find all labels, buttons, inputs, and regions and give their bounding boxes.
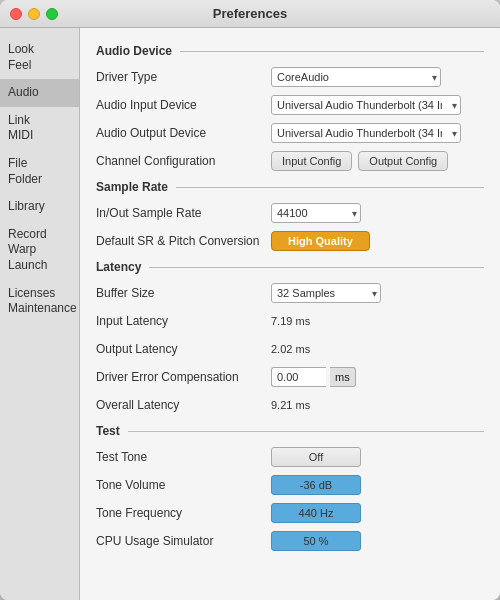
driver-error-input[interactable] [271, 367, 326, 387]
overall-latency-value-text: 9.21 ms [271, 399, 310, 411]
output-latency-label: Output Latency [96, 342, 271, 356]
overall-latency-label: Overall Latency [96, 398, 271, 412]
driver-type-select-wrapper[interactable]: CoreAudio [271, 67, 441, 87]
section-latency: Latency [96, 260, 484, 274]
preferences-window: Preferences Look Feel Audio Link MIDI Fi… [0, 0, 500, 600]
audio-output-select[interactable]: Universal Audio Thunderbolt (34 In, 36 [271, 123, 461, 143]
tone-frequency-label: Tone Frequency [96, 506, 271, 520]
sample-rate-select-wrapper[interactable]: 44100 [271, 203, 361, 223]
sr-pitch-control: High Quality [271, 231, 484, 251]
row-driver-error: Driver Error Compensation ms [96, 366, 484, 388]
buffer-size-select-wrapper[interactable]: 32 Samples [271, 283, 381, 303]
high-quality-button[interactable]: High Quality [271, 231, 370, 251]
sample-rate-control: 44100 [271, 203, 484, 223]
row-channel-config: Channel Configuration Input Config Outpu… [96, 150, 484, 172]
tone-frequency-control: 440 Hz [271, 503, 484, 523]
channel-config-control: Input Config Output Config [271, 151, 484, 171]
row-driver-type: Driver Type CoreAudio [96, 66, 484, 88]
audio-input-select[interactable]: Universal Audio Thunderbolt (34 In, 36 [271, 95, 461, 115]
test-tone-label: Test Tone [96, 450, 271, 464]
input-config-button[interactable]: Input Config [271, 151, 352, 171]
close-button[interactable] [10, 8, 22, 20]
titlebar: Preferences [0, 0, 500, 28]
tone-volume-label: Tone Volume [96, 478, 271, 492]
audio-output-select-wrapper[interactable]: Universal Audio Thunderbolt (34 In, 36 [271, 123, 461, 143]
driver-error-label: Driver Error Compensation [96, 370, 271, 384]
driver-error-input-group: ms [271, 367, 356, 387]
output-latency-value: 2.02 ms [271, 343, 484, 355]
driver-type-select[interactable]: CoreAudio [271, 67, 441, 87]
audio-input-label: Audio Input Device [96, 98, 271, 112]
section-audio-device: Audio Device [96, 44, 484, 58]
row-buffer-size: Buffer Size 32 Samples [96, 282, 484, 304]
row-test-tone: Test Tone Off [96, 446, 484, 468]
sidebar: Look Feel Audio Link MIDI File Folder Li… [0, 28, 80, 600]
row-output-latency: Output Latency 2.02 ms [96, 338, 484, 360]
row-overall-latency: Overall Latency 9.21 ms [96, 394, 484, 416]
sidebar-item-licenses-maintenance[interactable]: Licenses Maintenance [0, 280, 79, 323]
cpu-usage-value[interactable]: 50 % [271, 531, 361, 551]
row-tone-volume: Tone Volume -36 dB [96, 474, 484, 496]
sidebar-item-file-folder[interactable]: File Folder [0, 150, 79, 193]
output-config-button[interactable]: Output Config [358, 151, 448, 171]
sidebar-item-audio[interactable]: Audio [0, 79, 79, 107]
sidebar-item-library[interactable]: Library [0, 193, 79, 221]
cpu-usage-control: 50 % [271, 531, 484, 551]
section-sample-rate: Sample Rate [96, 180, 484, 194]
cpu-usage-label: CPU Usage Simulator [96, 534, 271, 548]
row-audio-input: Audio Input Device Universal Audio Thund… [96, 94, 484, 116]
test-tone-control: Off [271, 447, 484, 467]
test-tone-value[interactable]: Off [271, 447, 361, 467]
input-latency-value: 7.19 ms [271, 315, 484, 327]
audio-output-label: Audio Output Device [96, 126, 271, 140]
main-panel: Audio Device Driver Type CoreAudio Audio… [80, 28, 500, 600]
tone-volume-value[interactable]: -36 dB [271, 475, 361, 495]
sr-pitch-label: Default SR & Pitch Conversion [96, 234, 271, 248]
row-sr-pitch: Default SR & Pitch Conversion High Quali… [96, 230, 484, 252]
sidebar-item-record-warp-launch[interactable]: Record Warp Launch [0, 221, 79, 280]
section-test: Test [96, 424, 484, 438]
sidebar-item-look[interactable]: Look Feel [0, 36, 79, 79]
tone-volume-control: -36 dB [271, 475, 484, 495]
audio-input-control: Universal Audio Thunderbolt (34 In, 36 [271, 95, 484, 115]
content-area: Look Feel Audio Link MIDI File Folder Li… [0, 28, 500, 600]
driver-type-control: CoreAudio [271, 67, 484, 87]
traffic-lights [10, 8, 58, 20]
row-cpu-usage: CPU Usage Simulator 50 % [96, 530, 484, 552]
driver-type-label: Driver Type [96, 70, 271, 84]
row-input-latency: Input Latency 7.19 ms [96, 310, 484, 332]
maximize-button[interactable] [46, 8, 58, 20]
sample-rate-select[interactable]: 44100 [271, 203, 361, 223]
sample-rate-label: In/Out Sample Rate [96, 206, 271, 220]
output-latency-value-text: 2.02 ms [271, 343, 310, 355]
row-audio-output: Audio Output Device Universal Audio Thun… [96, 122, 484, 144]
channel-config-label: Channel Configuration [96, 154, 271, 168]
audio-output-control: Universal Audio Thunderbolt (34 In, 36 [271, 123, 484, 143]
overall-latency-value: 9.21 ms [271, 399, 484, 411]
row-sample-rate: In/Out Sample Rate 44100 [96, 202, 484, 224]
buffer-size-control: 32 Samples [271, 283, 484, 303]
buffer-size-label: Buffer Size [96, 286, 271, 300]
sidebar-item-link-midi[interactable]: Link MIDI [0, 107, 79, 150]
window-title: Preferences [213, 6, 287, 21]
input-latency-value-text: 7.19 ms [271, 315, 310, 327]
driver-error-control: ms [271, 367, 484, 387]
row-tone-frequency: Tone Frequency 440 Hz [96, 502, 484, 524]
tone-frequency-value[interactable]: 440 Hz [271, 503, 361, 523]
minimize-button[interactable] [28, 8, 40, 20]
driver-error-unit: ms [330, 367, 356, 387]
input-latency-label: Input Latency [96, 314, 271, 328]
audio-input-select-wrapper[interactable]: Universal Audio Thunderbolt (34 In, 36 [271, 95, 461, 115]
buffer-size-select[interactable]: 32 Samples [271, 283, 381, 303]
